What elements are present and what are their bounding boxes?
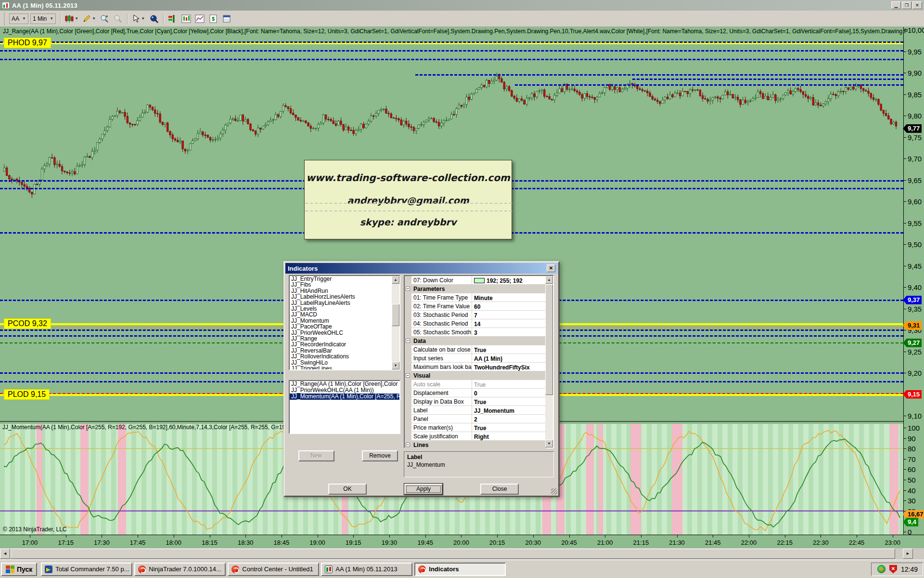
property-row[interactable]: 03: Stochastic Period7 [405, 311, 546, 319]
scrollbar-thumb[interactable] [392, 304, 399, 326]
taskbar-item[interactable]: Indicators [414, 563, 506, 576]
property-value[interactable]: 192; 255; 192 [472, 276, 546, 284]
indicator-list-item[interactable]: JJ_PaceOfTape [290, 324, 399, 329]
line-chart-button[interactable] [193, 13, 206, 25]
property-value[interactable]: TwoHundredFiftySix [472, 363, 546, 371]
instrument-selector[interactable]: AA▼ [9, 13, 28, 24]
property-section-row[interactable]: −Data [405, 337, 546, 345]
collapse-toggle[interactable]: − [406, 287, 410, 291]
indicator-list-item[interactable]: JJ_RolloverIndications [290, 354, 399, 359]
property-section-row[interactable]: −Lines [405, 441, 546, 449]
remove-button[interactable]: Remove [362, 450, 398, 461]
indicator-list-item[interactable]: JJ_Fibs [290, 282, 399, 288]
property-value[interactable]: 7 [472, 311, 546, 319]
scrollbar-thumb[interactable] [11, 549, 895, 559]
collapse-toggle[interactable]: − [406, 443, 410, 447]
start-button[interactable]: Пуск [1, 563, 37, 576]
minimize-button[interactable]: ▁ [891, 1, 901, 9]
interval-selector[interactable]: 1 Min▼ [30, 13, 56, 24]
scroll-left-button[interactable]: ◄ [0, 549, 10, 559]
property-value[interactable]: JJ_Momentum [472, 406, 546, 414]
scroll-down-button[interactable]: ▼ [545, 440, 553, 447]
collapse-toggle[interactable]: − [406, 373, 410, 378]
property-row[interactable]: Panel2 [405, 415, 546, 423]
property-value[interactable]: 2 [472, 415, 546, 423]
indicator-list-item[interactable]: JJ_RecorderIndicator [290, 342, 399, 347]
ok-button[interactable]: OK [328, 484, 367, 495]
property-row[interactable]: Price marker(s)True [405, 423, 546, 432]
new-button[interactable]: New [298, 450, 334, 461]
property-row[interactable]: 07: Down Color192; 255; 192 [405, 276, 546, 285]
resize-grip[interactable] [551, 488, 557, 495]
property-row[interactable]: 01: Time Frame TypeMinute [405, 293, 546, 302]
scroll-up-button[interactable]: ▲ [392, 276, 399, 284]
price-tick-label: 9,80 [908, 112, 922, 120]
indicator-list-item[interactable]: JJ_TriggerLines [290, 366, 399, 370]
property-row[interactable]: Auto scaleTrue [405, 380, 546, 389]
property-value[interactable]: True [472, 380, 546, 388]
property-value[interactable]: 3 [472, 328, 546, 336]
chart-panel-button[interactable] [180, 13, 192, 25]
indicator-list-item[interactable]: JJ_LabelHorzLinesAlerts [290, 294, 399, 300]
property-row[interactable]: 02: Time Frame Value60 [405, 302, 546, 311]
property-value[interactable]: True [472, 397, 546, 406]
property-row[interactable]: Display in Data BoxTrue [405, 397, 546, 406]
scroll-up-button[interactable]: ▲ [545, 276, 553, 284]
property-row[interactable]: Input seriesAA (1 Min) [405, 354, 546, 363]
scroll-right-button[interactable]: ► [903, 549, 913, 559]
applied-indicator-item[interactable]: JJ_Momentum(AA (1 Min),Color [A=255, R=1… [290, 394, 399, 400]
indicator-list-item[interactable]: JJ_MACD [290, 312, 399, 317]
taskbar-item[interactable]: Control Center - Untitled1 [228, 563, 319, 576]
property-section-row[interactable]: −Visual [405, 371, 546, 380]
drawing-tools-button[interactable]: ▼ [81, 13, 97, 25]
zoom-out-button[interactable] [112, 13, 124, 25]
available-indicators-list[interactable]: JJ_EntryTriggerJJ_FibsJJ_HitAndRunJJ_Lab… [289, 275, 400, 370]
price-tick-label: 9,35 [908, 305, 922, 313]
property-value[interactable]: True [472, 345, 546, 354]
dialog-close-button[interactable]: ✕ [547, 264, 555, 272]
property-row[interactable]: Maximum bars look backTwoHundredFiftySix [405, 363, 546, 371]
scrollbar-thumb[interactable] [545, 284, 553, 395]
account-button[interactable]: $ [207, 13, 219, 25]
collapse-toggle[interactable]: − [406, 339, 410, 343]
dialog-titlebar[interactable]: Indicators ✕ [285, 263, 558, 274]
property-value[interactable]: AA (1 Min) [472, 354, 546, 362]
horizontal-scrollbar[interactable]: ◄ ► [0, 548, 924, 560]
momentum-price-marker: 16,67 [903, 510, 924, 519]
property-row[interactable]: Calculate on bar closeTrue [405, 345, 546, 354]
taskbar-item[interactable]: AA (1 Min) 05.11.2013 [321, 563, 412, 576]
property-value[interactable]: 60 [472, 302, 546, 310]
apply-button[interactable]: Apply [404, 484, 443, 495]
chart-style-button[interactable]: ▼ [64, 13, 80, 25]
property-grid-scrollbar[interactable]: ▲ ▼ [545, 276, 553, 447]
zoom-in-button[interactable] [98, 13, 111, 25]
data-box-button[interactable] [148, 13, 160, 25]
property-value[interactable]: 0 [472, 389, 546, 397]
property-row[interactable]: 05: Stochastic Smooth3 [405, 328, 546, 337]
property-row[interactable]: LabelJJ_Momentum [405, 406, 546, 415]
toolbar-grip[interactable] [4, 13, 7, 25]
property-row[interactable]: Displacement0 [405, 389, 546, 397]
indicators-button[interactable] [167, 13, 179, 25]
property-value[interactable]: 14 [472, 319, 546, 328]
scroll-down-button[interactable]: ▼ [392, 362, 399, 369]
property-value[interactable]: True [472, 423, 546, 432]
cursor-tool-button[interactable]: ▼ [130, 13, 147, 25]
property-value[interactable]: Right [472, 432, 546, 440]
tray-app-icon[interactable] [877, 565, 886, 573]
property-value[interactable]: Minute [472, 293, 546, 302]
taskbar-item[interactable]: Total Commander 7.50 p... [41, 563, 132, 576]
close-button[interactable]: ✕ [912, 1, 922, 9]
security-shield-icon[interactable]: ✕ [889, 565, 897, 574]
close-button[interactable]: Close [480, 484, 519, 495]
restore-button[interactable]: ❐ [902, 1, 911, 9]
property-grid[interactable]: 07: Down Color192; 255; 192−Parameters01… [404, 275, 554, 448]
property-description-body: JJ_Momentum [407, 461, 551, 468]
taskbar-item[interactable]: NinjaTrader 7.0.1000.14... [134, 563, 226, 576]
property-row[interactable]: 04: Stochastic Period14 [405, 319, 546, 328]
properties-button[interactable] [220, 13, 233, 25]
available-list-scrollbar[interactable]: ▲ ▼ [392, 276, 399, 369]
property-row[interactable]: Scale justificationRight [405, 432, 546, 441]
applied-indicators-list[interactable]: JJ_Range(AA (1 Min),Color [Green],Color … [289, 380, 400, 434]
property-section-row[interactable]: −Parameters [405, 285, 546, 293]
